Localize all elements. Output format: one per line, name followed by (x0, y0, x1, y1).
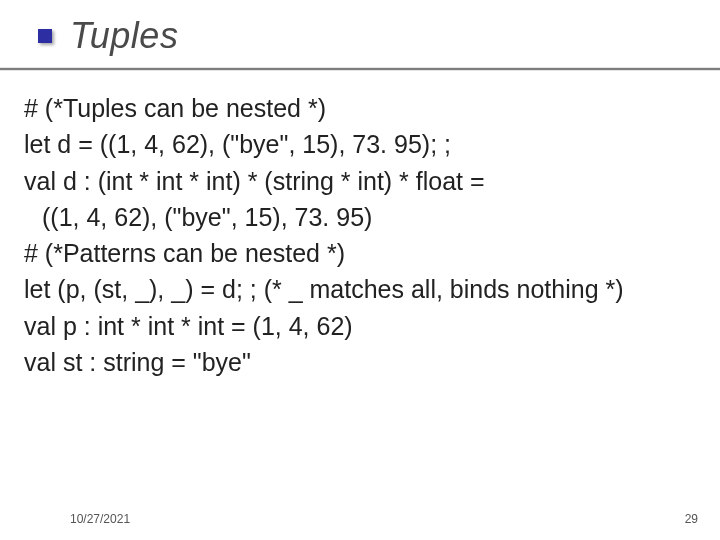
code-line: # (*Tuples can be nested *) (24, 90, 698, 126)
horizontal-rule (0, 68, 720, 70)
code-line: val st : string = "bye" (24, 344, 698, 380)
slide-title: Tuples (70, 15, 178, 57)
code-line: ((1, 4, 62), ("bye", 15), 73. 95) (24, 199, 698, 235)
code-line: val d : (int * int * int) * (string * in… (24, 163, 698, 199)
title-row: Tuples (38, 15, 178, 57)
code-line: let (p, (st, _), _) = d; ; (* _ matches … (24, 271, 698, 307)
footer-page-number: 29 (685, 512, 698, 526)
code-line: let d = ((1, 4, 62), ("bye", 15), 73. 95… (24, 126, 698, 162)
footer-date: 10/27/2021 (70, 512, 130, 526)
title-bullet-icon (38, 29, 52, 43)
slide-body: # (*Tuples can be nested *) let d = ((1,… (24, 90, 698, 380)
code-line: # (*Patterns can be nested *) (24, 235, 698, 271)
slide: Tuples # (*Tuples can be nested *) let d… (0, 0, 720, 540)
code-line: val p : int * int * int = (1, 4, 62) (24, 308, 698, 344)
